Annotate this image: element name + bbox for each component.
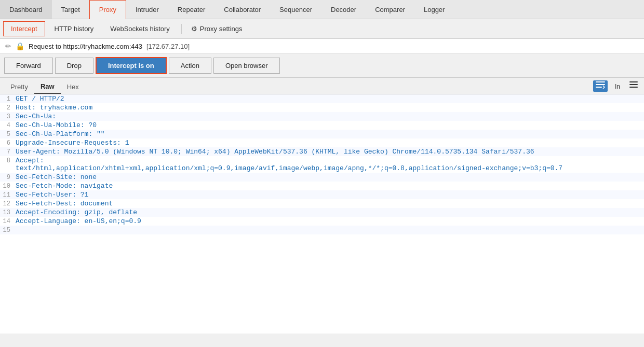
forward-button[interactable]: Forward bbox=[4, 58, 53, 74]
action-buttons-row: Forward Drop Intercept is on Action Open… bbox=[0, 54, 644, 78]
svg-rect-3 bbox=[629, 81, 638, 82]
nav-tab-collaborator[interactable]: Collaborator bbox=[214, 0, 270, 19]
indent-button[interactable]: In bbox=[613, 80, 622, 92]
line-content: Upgrade-Insecure-Requests: 1 bbox=[16, 139, 129, 147]
view-icon-group: In bbox=[593, 80, 640, 94]
sub-navigation: Intercept HTTP history WebSockets histor… bbox=[0, 19, 644, 39]
line-content: GET / HTTP/2 bbox=[16, 95, 64, 103]
nav-tab-target[interactable]: Target bbox=[52, 0, 89, 19]
hamburger-icon bbox=[629, 81, 638, 89]
line-number: 5 bbox=[0, 130, 16, 138]
open-browser-button[interactable]: Open browser bbox=[213, 58, 280, 74]
nav-tab-decoder[interactable]: Decoder bbox=[321, 0, 366, 19]
http-line: 5Sec-Ch-Ua-Platform: "" bbox=[0, 130, 644, 138]
line-number: 15 bbox=[0, 226, 16, 234]
line-number: 13 bbox=[0, 209, 16, 216]
http-line: 11Sec-Fetch-User: ?1 bbox=[0, 190, 644, 199]
line-number: 6 bbox=[0, 139, 16, 147]
svg-rect-4 bbox=[629, 84, 638, 85]
line-number: 14 bbox=[0, 217, 16, 225]
sub-tab-intercept[interactable]: Intercept bbox=[3, 21, 45, 36]
line-number: 9 bbox=[0, 173, 16, 181]
nav-tab-sequencer[interactable]: Sequencer bbox=[270, 0, 321, 19]
line-number: 4 bbox=[0, 121, 16, 129]
line-number: 2 bbox=[0, 104, 16, 112]
sub-tab-websockets-history[interactable]: WebSockets history bbox=[103, 22, 177, 36]
menu-icon-button[interactable] bbox=[627, 80, 640, 92]
indent-label: In bbox=[615, 83, 620, 90]
intercept-toggle-button[interactable]: Intercept is on bbox=[96, 57, 167, 74]
line-content: Sec-Fetch-Site: none bbox=[16, 173, 97, 181]
wrap-icon-button[interactable] bbox=[593, 80, 608, 92]
request-info-bar: ✏ 🔒 Request to https://tryhackme.com:443… bbox=[0, 39, 644, 54]
line-content: Sec-Ch-Ua-Mobile: ?0 bbox=[16, 121, 97, 129]
http-line: 13Accept-Encoding: gzip, deflate bbox=[0, 208, 644, 217]
nav-tab-intruder[interactable]: Intruder bbox=[126, 0, 168, 19]
view-tab-pretty[interactable]: Pretty bbox=[4, 80, 34, 93]
line-content: Accept-Encoding: gzip, deflate bbox=[16, 209, 137, 216]
view-tab-raw[interactable]: Raw bbox=[34, 80, 61, 94]
http-line: 9Sec-Fetch-Site: none bbox=[0, 173, 644, 182]
top-navigation: Dashboard Target Proxy Intruder Repeater… bbox=[0, 0, 644, 19]
http-line: 7User-Agent: Mozilla/5.0 (Windows NT 10.… bbox=[0, 147, 644, 156]
wrap-text-icon bbox=[596, 81, 605, 89]
svg-rect-1 bbox=[596, 84, 605, 85]
sub-tab-http-history[interactable]: HTTP history bbox=[47, 22, 101, 36]
http-line: 2Host: tryhackme.com bbox=[0, 103, 644, 112]
line-number: 10 bbox=[0, 182, 16, 190]
nav-tab-dashboard[interactable]: Dashboard bbox=[0, 0, 52, 19]
divider bbox=[181, 24, 182, 34]
line-content: Accept-Language: en-US,en;q=0.9 bbox=[16, 217, 141, 225]
http-line: 15 bbox=[0, 226, 644, 234]
http-line: 3Sec-Ch-Ua: bbox=[0, 112, 644, 121]
http-line: 14Accept-Language: en-US,en;q=0.9 bbox=[0, 217, 644, 226]
gear-icon: ⚙ bbox=[191, 25, 197, 33]
http-line: 10Sec-Fetch-Mode: navigate bbox=[0, 182, 644, 190]
nav-tab-repeater[interactable]: Repeater bbox=[168, 0, 214, 19]
http-line: 6Upgrade-Insecure-Requests: 1 bbox=[0, 138, 644, 147]
line-number: 8 bbox=[0, 157, 16, 164]
svg-rect-5 bbox=[629, 87, 638, 88]
line-content: Host: tryhackme.com bbox=[16, 104, 92, 112]
line-content: Sec-Ch-Ua: bbox=[16, 113, 56, 120]
line-number: 12 bbox=[0, 200, 16, 207]
svg-rect-0 bbox=[596, 81, 605, 82]
http-content-area[interactable]: 1GET / HTTP/22Host: tryhackme.com3Sec-Ch… bbox=[0, 94, 644, 334]
view-tab-hex[interactable]: Hex bbox=[61, 80, 85, 93]
nav-tab-logger[interactable]: Logger bbox=[414, 0, 454, 19]
nav-tab-proxy[interactable]: Proxy bbox=[89, 0, 126, 19]
svg-rect-2 bbox=[596, 87, 602, 88]
edit-icon: ✏ bbox=[5, 42, 11, 50]
line-content: Sec-Fetch-Dest: document bbox=[16, 200, 113, 207]
action-button[interactable]: Action bbox=[169, 58, 211, 74]
line-content: Accept: text/html,application/xhtml+xml,… bbox=[16, 157, 562, 172]
line-number: 3 bbox=[0, 113, 16, 120]
line-number: 7 bbox=[0, 148, 16, 156]
proxy-settings-button[interactable]: ⚙ Proxy settings bbox=[186, 22, 248, 36]
http-line: 1GET / HTTP/2 bbox=[0, 94, 644, 103]
request-url: Request to https://tryhackme.com:443 bbox=[29, 43, 142, 50]
nav-tab-comparer[interactable]: Comparer bbox=[366, 0, 414, 19]
line-number: 1 bbox=[0, 95, 16, 103]
proxy-settings-label: Proxy settings bbox=[200, 25, 243, 33]
line-content: Sec-Ch-Ua-Platform: "" bbox=[16, 130, 105, 138]
http-line: 12Sec-Fetch-Dest: document bbox=[0, 199, 644, 208]
view-tabs-row: Pretty Raw Hex In bbox=[0, 78, 644, 94]
line-content: Sec-Fetch-Mode: navigate bbox=[16, 182, 113, 190]
line-content: User-Agent: Mozilla/5.0 (Windows NT 10.0… bbox=[16, 148, 534, 156]
http-line: 8Accept: text/html,application/xhtml+xml… bbox=[0, 156, 644, 173]
http-line: 4Sec-Ch-Ua-Mobile: ?0 bbox=[0, 121, 644, 130]
line-content: Sec-Fetch-User: ?1 bbox=[16, 191, 88, 199]
drop-button[interactable]: Drop bbox=[55, 58, 93, 74]
lock-icon: 🔒 bbox=[16, 42, 24, 50]
line-number: 11 bbox=[0, 191, 16, 199]
request-ip: [172.67.27.10] bbox=[146, 43, 190, 50]
